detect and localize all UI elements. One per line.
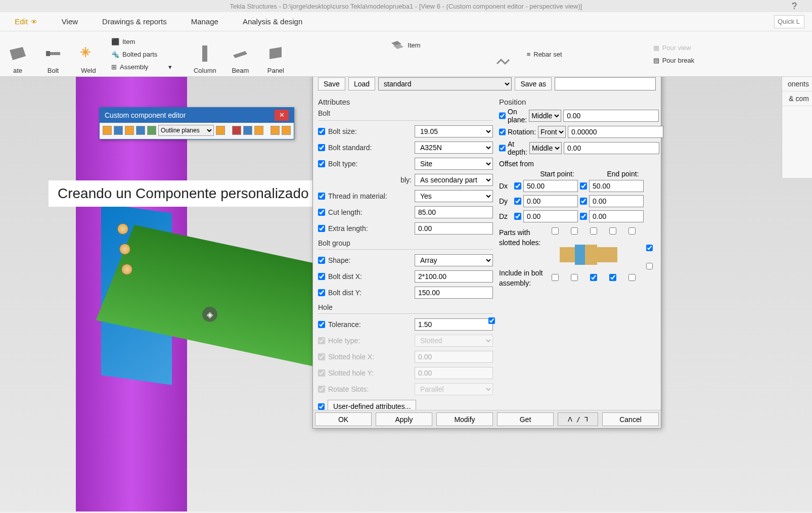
cce-tool-1[interactable] xyxy=(103,126,112,135)
cce-tool-2[interactable] xyxy=(114,126,123,135)
ribbon-pour-break[interactable]: ▨Pour break xyxy=(648,55,700,66)
view-cube-icon[interactable]: ◈ xyxy=(202,307,217,322)
ribbon-assembly[interactable]: ⊞Assembly▾ xyxy=(106,61,177,73)
menu-edit[interactable]: Edit xyxy=(3,13,50,30)
viewport[interactable]: ◈ onents & com Custom component editor ✕… xyxy=(0,77,812,511)
cce-tool-4[interactable] xyxy=(136,126,145,135)
dist-x-check[interactable] xyxy=(318,273,325,280)
on-plane-check[interactable] xyxy=(499,112,506,119)
menu-drawings[interactable]: Drawings & reports xyxy=(90,13,179,30)
slot-p3[interactable] xyxy=(590,227,597,235)
cce-tool-5[interactable] xyxy=(147,126,156,135)
tolerance-input[interactable] xyxy=(415,318,493,331)
inc-p3[interactable] xyxy=(590,274,597,281)
dy-s-input[interactable] xyxy=(523,195,578,207)
ribbon-rebar-set[interactable]: ≡Rebar set xyxy=(522,49,567,60)
get-button[interactable]: Get xyxy=(497,412,554,426)
cce-tool-11[interactable] xyxy=(282,126,291,135)
inc-p1[interactable] xyxy=(552,274,559,281)
modify-button[interactable]: Modify xyxy=(436,412,493,426)
bolt-type-check[interactable] xyxy=(318,160,325,167)
dz-s-input[interactable] xyxy=(523,210,578,222)
slot-p2[interactable] xyxy=(571,227,578,235)
cce-tool-8[interactable] xyxy=(243,126,252,135)
bolt-standard-check[interactable] xyxy=(318,144,325,151)
ribbon-weld[interactable]: Weld xyxy=(71,34,106,74)
cce-tool-7[interactable] xyxy=(232,126,241,135)
bolt-standard-select[interactable]: A325N xyxy=(415,142,493,154)
inc-p4[interactable] xyxy=(609,274,616,281)
dist-x-input[interactable] xyxy=(415,270,493,283)
hole-master-check[interactable] xyxy=(488,317,495,324)
shape-check[interactable] xyxy=(318,257,325,264)
ribbon-column[interactable]: Column xyxy=(187,34,222,74)
cce-title-bar[interactable]: Custom component editor ✕ xyxy=(100,108,294,123)
save-as-input[interactable] xyxy=(555,77,656,90)
at-depth-input[interactable] xyxy=(564,142,659,154)
at-depth-check[interactable] xyxy=(499,145,506,152)
dx-e-input[interactable] xyxy=(589,180,644,192)
ribbon-bolted-parts[interactable]: 🔩Bolted parts xyxy=(106,49,177,60)
cut-length-check[interactable] xyxy=(318,209,325,216)
dist-y-input[interactable] xyxy=(415,287,493,299)
rotation-select[interactable]: Front xyxy=(538,126,566,138)
slot-p4[interactable] xyxy=(609,227,616,235)
cut-length-input[interactable] xyxy=(415,206,493,218)
load-button[interactable]: Load xyxy=(348,77,375,90)
ribbon-rebar-tool[interactable] xyxy=(486,34,522,74)
extra-length-check[interactable] xyxy=(318,225,325,232)
on-plane-input[interactable] xyxy=(563,110,659,122)
ribbon-plate[interactable]: ate xyxy=(0,34,35,74)
cce-tool-3[interactable] xyxy=(125,126,134,135)
assembly-select[interactable]: As secondary part xyxy=(415,174,493,186)
dx-s-check[interactable] xyxy=(514,182,521,190)
dx-e-check[interactable] xyxy=(580,182,587,190)
dz-s-check[interactable] xyxy=(514,213,521,220)
dist-y-check[interactable] xyxy=(318,289,325,296)
dz-e-input[interactable] xyxy=(589,210,644,222)
apply-button[interactable]: Apply xyxy=(376,412,432,426)
help-icon[interactable]: ? xyxy=(792,1,797,12)
thread-select[interactable]: Yes xyxy=(415,190,493,202)
dy-e-input[interactable] xyxy=(589,195,644,207)
ok-button[interactable]: OK xyxy=(315,412,372,426)
bolt-type-select[interactable]: Site xyxy=(415,158,493,170)
filter-toggle[interactable]: ꓥ / ꓶ xyxy=(558,412,598,426)
save-button[interactable]: Save xyxy=(318,77,345,90)
on-plane-select[interactable]: Middle xyxy=(529,110,561,122)
cce-tool-10[interactable] xyxy=(270,126,280,135)
cce-tool-6[interactable] xyxy=(216,126,225,135)
quick-launch-input[interactable] xyxy=(774,15,804,28)
extra-length-input[interactable] xyxy=(415,222,493,235)
slot-all[interactable] xyxy=(646,245,653,251)
preset-combo[interactable]: standard xyxy=(378,77,512,90)
ribbon-beam[interactable]: Beam xyxy=(222,34,258,74)
panel-comm[interactable]: & com xyxy=(782,91,812,106)
ribbon-item2[interactable]: Item xyxy=(384,37,425,53)
menu-analysis[interactable]: Analysis & design xyxy=(231,13,314,30)
dx-s-input[interactable] xyxy=(523,180,578,192)
thread-check[interactable] xyxy=(318,193,325,200)
menu-manage[interactable]: Manage xyxy=(179,13,231,30)
close-icon[interactable]: ✕ xyxy=(275,110,289,121)
dz-e-check[interactable] xyxy=(580,213,587,220)
save-as-button[interactable]: Save as xyxy=(515,77,552,90)
slot-p1[interactable] xyxy=(552,227,559,235)
bolt-size-check[interactable] xyxy=(318,128,325,135)
rotation-input[interactable] xyxy=(568,126,663,138)
cancel-button[interactable]: Cancel xyxy=(602,412,659,426)
inc-p2[interactable] xyxy=(571,274,578,281)
cce-outline-select[interactable]: Outline planes xyxy=(158,125,214,136)
include-all[interactable] xyxy=(646,263,653,269)
ribbon-bolt[interactable]: Bolt xyxy=(35,34,71,74)
menu-view[interactable]: View xyxy=(50,13,90,30)
uda-check[interactable] xyxy=(318,403,325,410)
dy-e-check[interactable] xyxy=(580,198,587,205)
slot-p5[interactable] xyxy=(628,227,636,235)
cce-tool-9[interactable] xyxy=(254,126,263,135)
tolerance-check[interactable] xyxy=(318,321,325,328)
shape-select[interactable]: Array xyxy=(415,254,493,266)
bolt-size-select[interactable]: 19.05 xyxy=(415,125,493,137)
dy-s-check[interactable] xyxy=(514,198,521,205)
ribbon-item[interactable]: ⬛Item xyxy=(106,36,177,48)
